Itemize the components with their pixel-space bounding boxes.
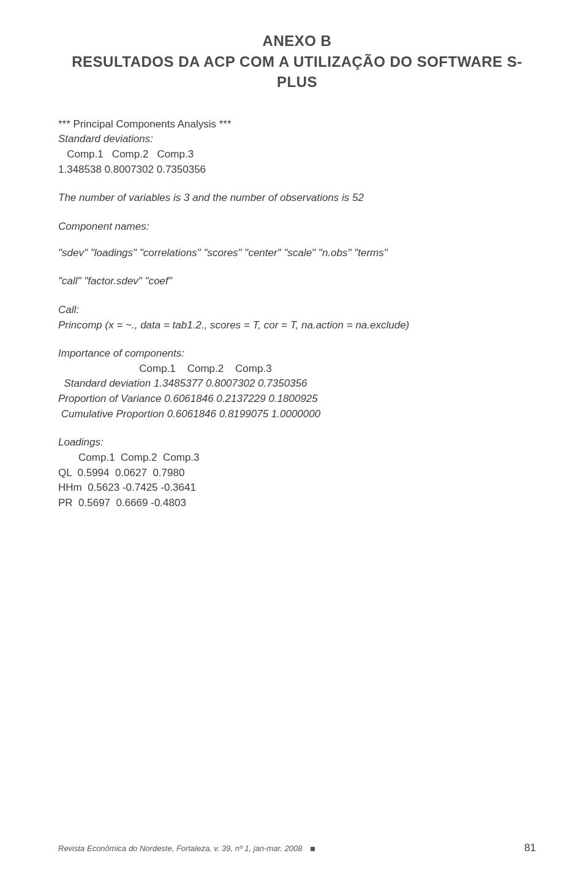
page-footer: Revista Econômica do Nordeste, Fortaleza…	[58, 842, 536, 854]
call-block: Call: Princomp (x = ~., data = tab1.2., …	[58, 303, 536, 333]
loadings-columns: Comp.1 Comp.2 Comp.3	[58, 450, 536, 466]
prop-variance-row: Proportion of Variance 0.6061846 0.21372…	[58, 392, 536, 407]
importance-label: Importance of components:	[58, 346, 536, 362]
call-label: Call:	[58, 303, 536, 318]
annex-subtitle: RESULTADOS DA ACP COM A UTILIZAÇÃO DO SO…	[58, 51, 536, 93]
call-line: Princomp (x = ~., data = tab1.2., scores…	[58, 318, 536, 333]
annex-title-block: ANEXO B RESULTADOS DA ACP COM A UTILIZAÇ…	[58, 31, 536, 93]
std-dev-columns: Comp.1 Comp.2 Comp.3	[58, 147, 536, 162]
loadings-block: Loadings: Comp.1 Comp.2 Comp.3 QL 0.5994…	[58, 435, 536, 510]
hhm-row: HHm 0.5623 -0.7425 -0.3641	[58, 480, 536, 496]
pca-header: *** Principal Components Analysis ***	[58, 117, 536, 132]
ql-row: QL 0.5994 0.0627 0.7980	[58, 466, 536, 481]
importance-block: Importance of components: Comp.1 Comp.2 …	[58, 346, 536, 422]
importance-columns: Comp.1 Comp.2 Comp.3	[58, 362, 536, 377]
annex-label: ANEXO B	[58, 31, 536, 51]
footer-citation: Revista Econômica do Nordeste, Fortaleza…	[58, 844, 315, 853]
component-names-list: "sdev" "loadings" "correlations" "scores…	[58, 246, 536, 261]
annex-content: *** Principal Components Analysis *** St…	[58, 117, 536, 511]
pca-header-block: *** Principal Components Analysis *** St…	[58, 117, 536, 178]
num-variables: The number of variables is 3 and the num…	[58, 191, 536, 206]
footer-citation-text: Revista Econômica do Nordeste, Fortaleza…	[58, 844, 303, 853]
page-number: 81	[524, 842, 536, 854]
std-dev-label: Standard deviations:	[58, 132, 536, 147]
component-names-block: Component names: "sdev" "loadings" "corr…	[58, 219, 536, 260]
component-names-list2: "call" "factor.sdev" "coef"	[58, 274, 536, 289]
cum-prop-row: Cumulative Proportion 0.6061846 0.819907…	[58, 407, 536, 422]
std-dev-row: Standard deviation 1.3485377 0.8007302 0…	[58, 376, 536, 392]
component-names-label: Component names:	[58, 219, 536, 235]
std-dev-values: 1.348538 0.8007302 0.7350356	[58, 162, 536, 178]
pr-row: PR 0.5697 0.6669 -0.4803	[58, 496, 536, 511]
loadings-label: Loadings:	[58, 435, 536, 450]
square-icon	[311, 847, 315, 851]
